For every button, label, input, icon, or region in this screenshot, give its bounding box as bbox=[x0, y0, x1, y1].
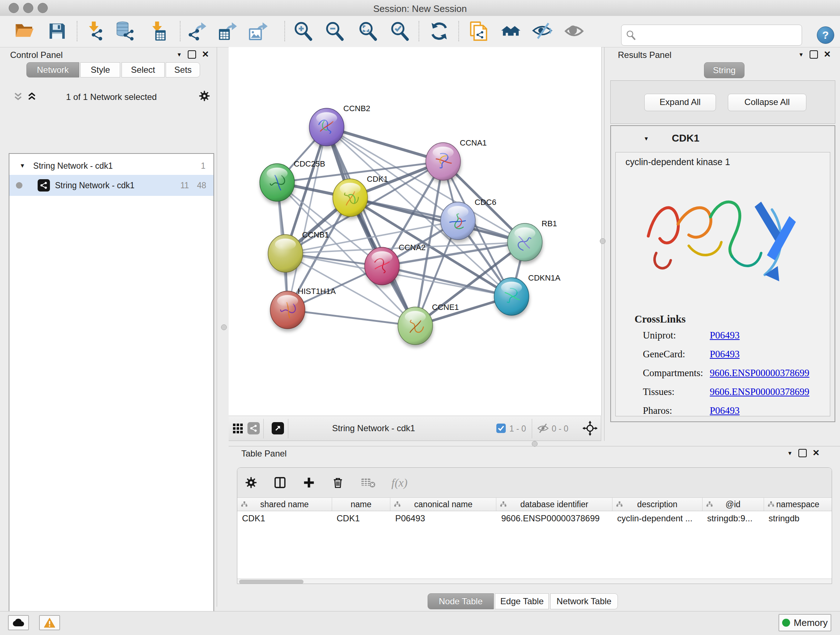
zoom-fit-icon[interactable] bbox=[358, 21, 378, 41]
network-edge-count: 48 bbox=[197, 181, 206, 190]
add-column-icon[interactable] bbox=[302, 476, 316, 489]
float-panel-icon[interactable]: ▼ bbox=[177, 51, 182, 57]
export-network-icon[interactable] bbox=[187, 21, 207, 41]
maximize-panel-icon[interactable] bbox=[798, 449, 807, 457]
network-node-CCNB2: CCNB2 bbox=[309, 104, 370, 146]
column-header[interactable]: shared name bbox=[237, 498, 332, 511]
zoom-out-icon[interactable] bbox=[325, 21, 345, 41]
vertical-splitter-handle[interactable] bbox=[221, 325, 227, 330]
horizontal-scrollbar[interactable] bbox=[237, 578, 832, 584]
delete-column-icon[interactable] bbox=[332, 476, 344, 489]
export-image-icon[interactable] bbox=[248, 21, 268, 41]
hide-panel-eye-icon[interactable] bbox=[532, 21, 553, 41]
network-options-gear-icon[interactable] bbox=[198, 90, 210, 102]
table-row[interactable]: CDK1 CDK1 P06493 9606.ENSP00000378699 cy… bbox=[237, 511, 832, 578]
column-tree-icon bbox=[616, 501, 623, 508]
close-panel-icon[interactable]: ✕ bbox=[824, 50, 831, 59]
import-network-database-icon[interactable] bbox=[115, 21, 135, 41]
show-panel-eye-icon[interactable] bbox=[564, 21, 584, 41]
gene-detail-box: ▼ CDK1 cyclin-dependent kinase 1 CrossLi… bbox=[610, 125, 835, 422]
network-graph[interactable]: CCNB2CCNA1CDC25BCDK1CDC6RB1CCNB1CCNA2CDK… bbox=[229, 47, 601, 416]
svg-text:CDC25B: CDC25B bbox=[294, 159, 325, 168]
results-panel: Results Panel ▼ ✕ String Expand All Coll… bbox=[604, 47, 840, 441]
column-label: shared name bbox=[260, 500, 309, 509]
detach-view-icon[interactable] bbox=[272, 422, 284, 434]
column-header[interactable]: namespace bbox=[764, 498, 832, 511]
network-type-icon bbox=[38, 179, 50, 192]
column-tree-icon bbox=[394, 501, 401, 508]
column-label: namespace bbox=[776, 500, 819, 509]
selected-checkbox-icon[interactable] bbox=[496, 424, 506, 433]
memory-label: Memory bbox=[794, 617, 828, 629]
tree-expand-icon[interactable]: ▼ bbox=[19, 163, 25, 169]
crosslink-link[interactable]: P06493 bbox=[710, 348, 740, 360]
grid-view-icon[interactable] bbox=[233, 423, 243, 434]
tab-edge-table[interactable]: Edge Table bbox=[495, 593, 549, 609]
svg-text:CDKN1A: CDKN1A bbox=[528, 273, 561, 282]
tab-node-table[interactable]: Node Table bbox=[428, 593, 494, 609]
expand-all-button[interactable]: Expand All bbox=[644, 94, 716, 111]
maximize-panel-icon[interactable] bbox=[810, 50, 818, 59]
crosslink-label: Uniprot: bbox=[643, 330, 676, 341]
hidden-eye-icon[interactable] bbox=[537, 423, 549, 433]
search-input[interactable] bbox=[639, 30, 802, 41]
float-panel-icon[interactable]: ▼ bbox=[798, 51, 804, 57]
network-node-CDKN1A: CDKN1A bbox=[494, 273, 561, 315]
help-button[interactable]: ? bbox=[817, 27, 834, 44]
scrollbar-thumb[interactable] bbox=[239, 580, 303, 584]
network-selection-summary: 1 of 1 Network selected bbox=[9, 92, 214, 102]
zoom-in-icon[interactable] bbox=[293, 21, 313, 41]
column-header[interactable]: database identifier bbox=[496, 498, 613, 511]
crosslink-link[interactable]: 9606.ENSP00000378699 bbox=[710, 386, 809, 397]
show-columns-icon[interactable] bbox=[273, 476, 286, 489]
column-header[interactable]: description bbox=[613, 498, 703, 511]
tab-select[interactable]: Select bbox=[122, 62, 164, 78]
close-panel-icon[interactable]: ✕ bbox=[813, 448, 820, 457]
network-row-selected[interactable]: String Network - cdk1 11 48 bbox=[9, 175, 213, 196]
column-header[interactable]: name bbox=[332, 498, 391, 511]
float-panel-icon[interactable]: ▼ bbox=[787, 450, 793, 456]
crosslink-link[interactable]: 9606.ENSP00000378699 bbox=[710, 367, 809, 379]
network-view-share-icon[interactable] bbox=[248, 422, 260, 434]
window-title: Session: New Session bbox=[0, 3, 840, 14]
column-tree-icon bbox=[767, 501, 775, 508]
network-node-count: 11 bbox=[180, 181, 189, 190]
column-header[interactable]: @id bbox=[703, 498, 764, 511]
network-collection-row[interactable]: ▼ String Network - cdk1 1 bbox=[9, 156, 213, 176]
tab-network-table[interactable]: Network Table bbox=[550, 593, 618, 609]
column-label: database identifier bbox=[520, 500, 588, 509]
column-label: @id bbox=[726, 500, 741, 509]
close-panel-icon[interactable]: ✕ bbox=[202, 50, 209, 59]
clone-network-icon[interactable] bbox=[469, 21, 489, 41]
network-collection-label: String Network - cdk1 bbox=[33, 161, 113, 171]
memory-button[interactable]: Memory bbox=[778, 614, 831, 631]
column-tree-icon bbox=[500, 501, 507, 508]
table-settings-gear-icon[interactable] bbox=[245, 476, 257, 489]
maximize-panel-icon[interactable] bbox=[188, 50, 196, 59]
import-network-file-icon[interactable] bbox=[84, 21, 104, 41]
tab-style[interactable]: Style bbox=[80, 62, 120, 78]
gene-expand-icon[interactable]: ▼ bbox=[644, 135, 649, 141]
string-home-icon[interactable] bbox=[501, 21, 521, 41]
cloud-button[interactable] bbox=[8, 615, 29, 630]
svg-text:CCNB1: CCNB1 bbox=[302, 230, 329, 239]
crosslink-link[interactable]: P06493 bbox=[710, 330, 740, 341]
network-canvas[interactable]: CCNB2CCNA1CDC25BCDK1CDC6RB1CCNB1CCNA2CDK… bbox=[229, 47, 602, 416]
export-table-icon[interactable] bbox=[217, 21, 237, 41]
collapse-all-button[interactable]: Collapse All bbox=[728, 94, 806, 111]
birdseye-crosshair-icon[interactable] bbox=[583, 421, 598, 436]
gene-detail-inner: cyclin-dependent kinase 1 CrossLinks Uni… bbox=[615, 152, 830, 416]
tab-sets[interactable]: Sets bbox=[166, 62, 200, 78]
open-session-icon[interactable] bbox=[14, 21, 35, 41]
gene-symbol: CDK1 bbox=[672, 133, 699, 144]
tab-network[interactable]: Network bbox=[27, 62, 79, 78]
tab-string[interactable]: String bbox=[704, 62, 745, 78]
zoom-selected-icon[interactable] bbox=[390, 21, 410, 41]
crosslink-link[interactable]: P06493 bbox=[710, 405, 740, 416]
column-header[interactable]: canonical name bbox=[390, 498, 496, 511]
import-table-file-icon[interactable] bbox=[147, 21, 167, 41]
save-session-icon[interactable] bbox=[47, 21, 67, 41]
crosslink-label: Compartments: bbox=[643, 367, 703, 379]
refresh-icon[interactable] bbox=[429, 21, 449, 41]
warnings-button[interactable] bbox=[39, 615, 60, 630]
